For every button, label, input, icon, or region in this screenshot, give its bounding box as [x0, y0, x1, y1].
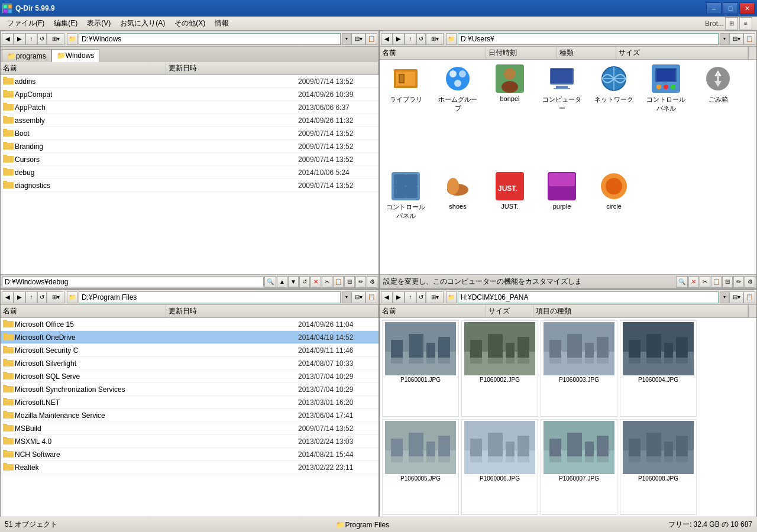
photo-item[interactable]: P1060004.JPG — [620, 320, 697, 417]
icon-item[interactable]: ネットワーク — [590, 62, 638, 165]
view-toggle-tr[interactable]: ⊞▾ — [426, 33, 444, 45]
minimize-button[interactable]: – — [706, 2, 722, 14]
path-bar-tl[interactable]: D:¥Windows — [79, 33, 341, 45]
col-name-tl[interactable]: 名前 — [1, 62, 166, 74]
col-name-tr[interactable]: 名前 — [380, 47, 486, 59]
view-toggle-br[interactable]: ⊞▾ — [426, 291, 444, 303]
menu-favorites[interactable]: お気に入り(A) — [115, 17, 170, 30]
menu-info[interactable]: 情報 — [210, 17, 234, 30]
photo-item[interactable]: P1060003.JPG — [541, 320, 617, 417]
scrollbar-tr[interactable] — [748, 47, 756, 59]
path-bar-tr[interactable]: D:¥Users¥ — [458, 33, 719, 45]
file-row[interactable]: AppCompat 2014/09/26 10:39 — [1, 88, 378, 101]
file-row[interactable]: addins 2009/07/14 13:52 — [1, 75, 378, 88]
maximize-button[interactable]: □ — [723, 2, 738, 14]
file-row[interactable]: assembly 2014/09/26 11:32 — [1, 114, 378, 127]
view-btn-br1[interactable]: ⊟▾ — [729, 291, 743, 303]
back-button-tr[interactable]: ◀ — [381, 33, 393, 45]
col-size-br[interactable]: サイズ — [486, 305, 533, 317]
menu-view[interactable]: 表示(V) — [82, 17, 115, 30]
pane-status-btn3-tl[interactable]: ▼ — [288, 276, 299, 288]
path-bar-bl[interactable]: D:¥Program Files — [79, 291, 341, 303]
file-row[interactable]: Mozilla Maintenance Service 2013/06/04 1… — [1, 409, 378, 422]
up-button-bl[interactable]: ↑ — [25, 291, 37, 303]
icon-grid-tr[interactable]: ライブラリ ホームグループ bonpei コンピューター ネットワーク コントロ… — [380, 60, 756, 274]
file-row[interactable]: Microsoft SQL Serve 2013/07/04 10:29 — [1, 370, 378, 383]
pane-tr-btn1[interactable]: 🔍 — [676, 276, 688, 288]
view-btn-tr1[interactable]: ⊟▾ — [729, 33, 743, 45]
view-btn-tl1[interactable]: ⊟▾ — [351, 33, 365, 45]
pane-tr-btn6[interactable]: ⚙ — [745, 276, 755, 288]
up-button-tl[interactable]: ↑ — [25, 33, 37, 45]
pane-tr-btn2[interactable]: ✂ — [700, 276, 710, 288]
file-row[interactable]: MSBuild 2009/07/14 13:52 — [1, 422, 378, 435]
tab-windows[interactable]: 📁 Windows — [51, 49, 100, 62]
col-date-tl[interactable]: 更新日時 — [166, 62, 378, 74]
pane-status-btn9-tl[interactable]: ✏ — [355, 276, 366, 288]
icon-item[interactable]: コンピューター — [538, 62, 585, 165]
icon-item[interactable]: purple — [538, 170, 585, 273]
file-row[interactable]: Microsoft Security C 2014/09/11 11:46 — [1, 344, 378, 357]
view-btn-tr2[interactable]: 📋 — [743, 33, 755, 45]
up-button-tr[interactable]: ↑ — [405, 33, 416, 45]
col-type-br[interactable]: 項目の種類 — [533, 305, 748, 317]
forward-button-br[interactable]: ▶ — [393, 291, 405, 303]
close-button[interactable]: ✕ — [739, 2, 755, 14]
photo-item[interactable]: P1060001.JPG — [382, 320, 459, 417]
pane-status-btn6-tl[interactable]: ✂ — [322, 276, 332, 288]
col-date-tr[interactable]: 日付時刻 — [486, 47, 557, 59]
forward-button-tl[interactable]: ▶ — [14, 33, 25, 45]
file-row[interactable]: Cursors 2009/07/14 13:52 — [1, 153, 378, 166]
pane-status-btn7-tl[interactable]: 📋 — [333, 276, 344, 288]
forward-button-tr[interactable]: ▶ — [393, 33, 405, 45]
file-row[interactable]: debug 2014/10/06 5:24 — [1, 166, 378, 179]
pane-tr-btn-close[interactable]: ✕ — [688, 276, 699, 288]
path-dropdown-tl[interactable]: ▾ — [342, 33, 351, 45]
view-toggle-bl[interactable]: ⊞▾ — [47, 291, 64, 303]
icon-item[interactable]: circle — [590, 170, 638, 273]
icon-item[interactable]: コントロール パネル — [642, 62, 690, 165]
view-btn-bl2[interactable]: 📋 — [365, 291, 377, 303]
file-row[interactable]: Realtek 2013/02/22 23:11 — [1, 461, 378, 474]
file-list-bl[interactable]: 名前 更新日時 Microsoft Office 15 2014/09/26 1… — [1, 305, 378, 517]
file-row[interactable]: Microsoft Synchronization Services 2013/… — [1, 383, 378, 396]
file-row[interactable]: AppPatch 2013/06/06 6:37 — [1, 101, 378, 114]
col-type-tr[interactable]: 種類 — [557, 47, 616, 59]
forward-button-bl[interactable]: ▶ — [14, 291, 25, 303]
icon-item[interactable]: ライブラリ — [382, 62, 429, 165]
pane-status-btn10-tl[interactable]: ⚙ — [367, 276, 377, 288]
path-dropdown-br[interactable]: ▾ — [720, 291, 729, 303]
view-btn-bl1[interactable]: ⊟▾ — [351, 291, 365, 303]
refresh-button-bl[interactable]: ↺ — [37, 291, 47, 303]
back-button-bl[interactable]: ◀ — [2, 291, 14, 303]
pane-status-btn4-tl[interactable]: ↺ — [299, 276, 310, 288]
file-list-tl[interactable]: 名前 更新日時 addins 2009/07/14 13:52 AppCompa… — [1, 62, 378, 274]
back-button-br[interactable]: ◀ — [381, 291, 393, 303]
icon-item[interactable]: shoes — [434, 170, 481, 273]
photo-item[interactable]: P1060006.JPG — [461, 419, 538, 515]
menu-edit[interactable]: 編集(E) — [49, 17, 82, 30]
pane-status-btn1-tl[interactable]: 🔍 — [264, 276, 276, 288]
refresh-button-tl[interactable]: ↺ — [37, 33, 47, 45]
photo-item[interactable]: P1060002.JPG — [461, 320, 538, 417]
path-bar-br[interactable]: H:¥DCIM¥106_PANA — [458, 291, 719, 303]
pane-status-btn5-tl[interactable]: ✕ — [310, 276, 321, 288]
col-date-bl[interactable]: 更新日時 — [166, 305, 378, 317]
photo-item[interactable]: P1060007.JPG — [541, 419, 617, 515]
file-row[interactable]: MSXML 4.0 2013/02/24 13:03 — [1, 435, 378, 448]
back-button-tl[interactable]: ◀ — [2, 33, 14, 45]
col-name-bl[interactable]: 名前 — [1, 305, 166, 317]
tab-programs[interactable]: 📁 programs — [2, 49, 51, 62]
toolbar-icon-1[interactable]: ⊞ — [725, 17, 738, 30]
file-row[interactable]: diagnostics 2009/07/14 13:52 — [1, 179, 378, 192]
file-row[interactable]: Microsoft.NET 2013/03/01 16:20 — [1, 396, 378, 409]
toolbar-icon-2[interactable]: ≡ — [739, 17, 752, 30]
pane-tr-btn5[interactable]: ✏ — [733, 276, 744, 288]
view-toggle-tl[interactable]: ⊞▾ — [47, 33, 64, 45]
photo-grid-br[interactable]: P1060001.JPG P1060002.JPG P1060003.JPG — [380, 318, 756, 517]
menu-other[interactable]: その他(X) — [170, 17, 210, 30]
pane-status-btn8-tl[interactable]: ⊟ — [344, 276, 355, 288]
path-dropdown-bl[interactable]: ▾ — [342, 291, 351, 303]
icon-item[interactable]: ホームグループ — [434, 62, 481, 165]
file-row[interactable]: Microsoft OneDrive 2014/04/18 14:52 — [1, 331, 378, 344]
